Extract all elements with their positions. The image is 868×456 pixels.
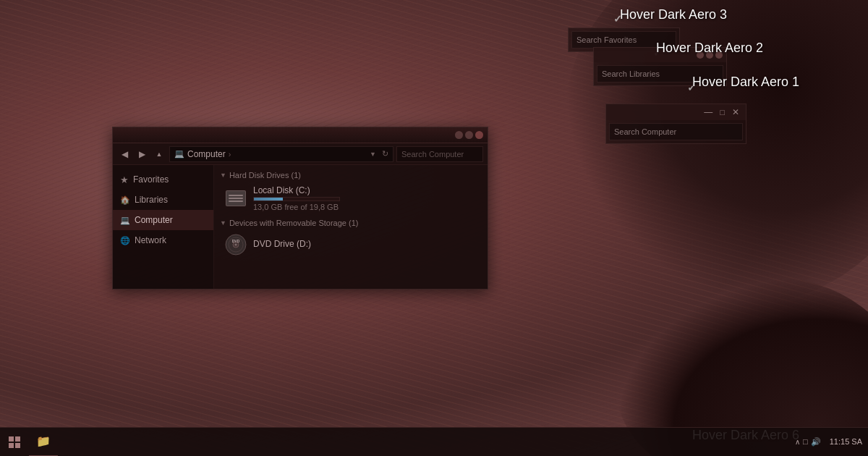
- hard-disk-header-text: Hard Disk Drives (1): [229, 171, 301, 180]
- local-disk-c-bar-container: [253, 197, 340, 201]
- local-disk-c-info: Local Disk (C:) 13,0 GB free of 19,8 GB: [253, 185, 477, 211]
- hover-label-1: Hover Dark Aero 1: [692, 75, 799, 90]
- libraries-icon: 🏠: [120, 195, 130, 205]
- sidebar-item-network[interactable]: 🌐 Network: [113, 230, 213, 250]
- hard-disk-section-header: ▼ Hard Disk Drives (1): [220, 171, 482, 180]
- sidebar-item-favorites[interactable]: ★ Favorites: [113, 169, 213, 190]
- local-disk-c-item[interactable]: Local Disk (C:) 13,0 GB free of 19,8 GB: [220, 182, 482, 214]
- local-disk-c-bar-fill: [254, 198, 283, 200]
- file-explorer-taskbar-button[interactable]: 📁: [29, 428, 58, 457]
- svg-text:DVD: DVD: [232, 239, 240, 243]
- dvd-drive-d-info: DVD Drive (D:): [253, 239, 477, 250]
- address-separator: ›: [229, 150, 231, 159]
- refresh-icon[interactable]: ↻: [382, 149, 388, 159]
- tray-desktop-icon[interactable]: □: [803, 437, 808, 446]
- sidebar-computer-label: Computer: [135, 215, 173, 225]
- maximize-button[interactable]: [465, 131, 473, 139]
- svg-rect-6: [15, 436, 20, 442]
- desktop: Hover Dark Aero 3 Hover Dark Aero 2 Hove…: [0, 0, 868, 456]
- minimize-button[interactable]: [455, 131, 463, 139]
- explorer-titlebar: [113, 127, 488, 143]
- hdd-icon: [224, 187, 247, 210]
- local-disk-c-size: 13,0 GB free of 19,8 GB: [253, 203, 477, 211]
- address-bar[interactable]: 💻 Computer › ▼ ↻: [169, 146, 393, 162]
- sidebar-network-label: Network: [135, 235, 166, 245]
- explorer-toolbar: ◀ ▶ ▲ 💻 Computer › ▼ ↻ Search Computer: [113, 143, 488, 165]
- start-button[interactable]: [0, 428, 29, 457]
- local-disk-c-name: Local Disk (C:): [253, 185, 477, 195]
- tray-icons: ∧ □ 🔊: [795, 437, 821, 447]
- sidebar-favorites-label: Favorites: [133, 174, 169, 185]
- ghost-search-computer-text: Search Computer: [614, 127, 676, 136]
- close-button[interactable]: [475, 131, 483, 139]
- network-icon: 🌐: [120, 236, 130, 245]
- ghost-search-libraries-text: Search Libraries: [602, 69, 660, 78]
- tray-chevron-icon[interactable]: ∧: [795, 438, 800, 446]
- computer-icon: 💻: [120, 216, 130, 225]
- ghost-search-computer: Search Computer: [609, 123, 743, 140]
- file-explorer-icon: 📁: [36, 434, 51, 448]
- sidebar-item-computer[interactable]: 💻 Computer: [113, 210, 213, 230]
- dvd-drive-d-item[interactable]: DVD DVD Drive (D:): [220, 230, 482, 259]
- sidebar-libraries-label: Libraries: [135, 195, 168, 205]
- maximize-ghost-icon[interactable]: □: [718, 108, 727, 117]
- close-ghost-icon[interactable]: ✕: [730, 107, 741, 117]
- ghost-search-favorites-text: Search Favorites: [576, 35, 637, 44]
- forward-button[interactable]: ▶: [135, 147, 149, 161]
- explorer-content: ▼ Hard Disk Drives (1) Local Disk (C:): [214, 165, 488, 289]
- svg-rect-8: [15, 443, 20, 448]
- tray-volume-icon[interactable]: 🔊: [811, 437, 821, 447]
- hard-disk-arrow: ▼: [220, 172, 226, 179]
- up-button[interactable]: ▲: [152, 147, 166, 161]
- explorer-window: ◀ ▶ ▲ 💻 Computer › ▼ ↻ Search Computer ★: [112, 127, 488, 290]
- address-path: Computer: [187, 149, 226, 159]
- taskbar-clock[interactable]: 11:15 SA: [825, 436, 862, 447]
- taskbar-tray: ∧ □ 🔊 11:15 SA: [795, 436, 868, 447]
- sidebar-item-libraries[interactable]: 🏠 Libraries: [113, 190, 213, 210]
- svg-point-3: [235, 244, 237, 246]
- removable-header-text: Devices with Removable Storage (1): [229, 219, 359, 227]
- address-computer-icon: 💻: [174, 149, 184, 159]
- hover-label-3: Hover Dark Aero 3: [620, 7, 727, 22]
- removable-arrow: ▼: [220, 219, 226, 227]
- svg-rect-7: [9, 443, 14, 448]
- dvd-icon: DVD: [224, 233, 247, 256]
- svg-rect-5: [9, 436, 14, 442]
- hover-label-2: Hover Dark Aero 2: [656, 41, 763, 56]
- back-button[interactable]: ◀: [117, 147, 132, 161]
- taskbar: 📁 ∧ □ 🔊 11:15 SA: [0, 427, 868, 456]
- dvd-drive-d-name: DVD Drive (D:): [253, 239, 477, 249]
- search-placeholder: Search Computer: [401, 150, 464, 159]
- start-icon: [7, 435, 22, 449]
- removable-section-header: ▼ Devices with Removable Storage (1): [220, 219, 482, 227]
- explorer-body: ★ Favorites 🏠 Libraries 💻 Computer 🌐 Net…: [113, 165, 488, 289]
- minimize-ghost-icon[interactable]: —: [702, 107, 715, 117]
- address-dropdown-icon[interactable]: ▼: [370, 151, 376, 158]
- sidebar: ★ Favorites 🏠 Libraries 💻 Computer 🌐 Net…: [113, 165, 214, 289]
- clock-time: 11:15 SA: [830, 436, 862, 447]
- search-box[interactable]: Search Computer: [396, 146, 483, 162]
- ghost-window-computer: — □ ✕ Search Computer: [605, 104, 746, 144]
- favorites-icon: ★: [120, 174, 129, 185]
